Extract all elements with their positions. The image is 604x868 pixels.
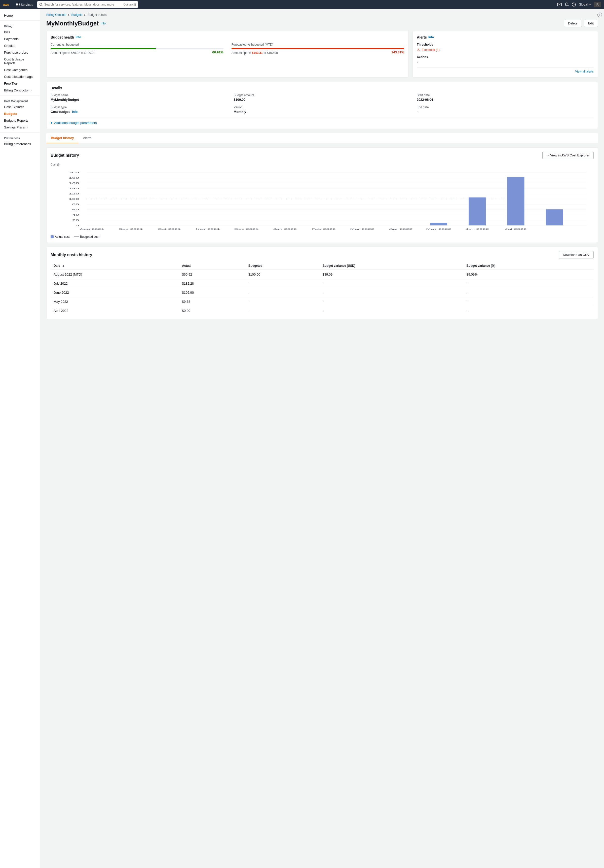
help-icon[interactable]: ? — [572, 3, 576, 6]
edit-button[interactable]: Edit — [584, 20, 598, 27]
sort-icon-date[interactable]: ▲ — [62, 264, 65, 268]
sidebar-item-purchase-orders[interactable]: Purchase orders — [0, 49, 40, 56]
sidebar-item-home[interactable]: Home — [0, 12, 40, 19]
download-csv-button[interactable]: Download as CSV — [559, 251, 594, 259]
row4-date: April 2022 — [51, 306, 179, 315]
forecasted-progress-fill — [232, 48, 405, 50]
sidebar-item-cost-explorer[interactable]: Cost Explorer — [0, 104, 40, 110]
billing-conductor-external-icon: ↗ — [30, 89, 32, 92]
budget-health-info[interactable]: Info — [76, 36, 81, 39]
current-vs-budgeted-metric: Current vs. budgeted Amount spent: $60.9… — [51, 43, 224, 55]
budget-amount-value: $100.00 — [233, 98, 411, 102]
budget-type-info[interactable]: Info — [72, 110, 77, 113]
svg-text:20: 20 — [72, 219, 79, 222]
row0-date: August 2022 (MTD) — [51, 270, 179, 279]
budget-history-card: Budget history ↗ View in AWS Cost Explor… — [46, 147, 598, 243]
page-info-link[interactable]: Info — [100, 22, 106, 25]
view-explorer-button[interactable]: ↗ View in AWS Cost Explorer — [542, 152, 594, 159]
sidebar-item-budgets[interactable]: Budgets — [0, 110, 40, 117]
sidebar-item-free-tier[interactable]: Free Tier — [0, 80, 40, 87]
history-header: Budget history ↗ View in AWS Cost Explor… — [51, 152, 594, 159]
aws-logo[interactable]: aws — [3, 2, 12, 7]
svg-text:Dec 2021: Dec 2021 — [234, 228, 258, 230]
sidebar-item-billing-conductor[interactable]: Billing Conductor ↗ — [0, 87, 40, 94]
row3-actual: $9.68 — [179, 297, 246, 306]
sidebar-item-cost-categories[interactable]: Cost Categories — [0, 67, 40, 73]
view-all-alerts-link[interactable]: View all alerts — [417, 68, 594, 73]
sidebar-item-billing-preferences[interactable]: Billing preferences — [0, 141, 40, 147]
details-title: Details — [51, 86, 594, 90]
budget-type-detail: Budget type Cost budget Info — [51, 105, 227, 113]
sidebar-item-savings-plans[interactable]: Savings Plans ↗ — [0, 124, 40, 131]
table-row: June 2022 $105.90 - - - — [51, 288, 594, 297]
svg-text:100: 100 — [68, 198, 79, 200]
col-budgeted: Budgeted — [246, 262, 320, 270]
alerts-info[interactable]: Info — [428, 36, 434, 39]
svg-text:Jan 2022: Jan 2022 — [273, 228, 297, 230]
sidebar-item-credits[interactable]: Credits — [0, 42, 40, 49]
savings-plans-external-icon: ↗ — [26, 126, 28, 129]
sidebar-item-cost-allocation-tags[interactable]: Cost allocation tags — [0, 73, 40, 80]
sidebar-item-cost-usage[interactable]: Cost & Usage Reports — [0, 56, 40, 67]
global-button[interactable]: Global — [579, 3, 591, 6]
services-button[interactable]: Services — [14, 2, 35, 8]
breadcrumb: Billing Console Budgets Budget details — [46, 13, 598, 17]
forecasted-pct: 143.31% — [391, 50, 404, 54]
row0-variance-pct: 39.09% — [463, 270, 594, 279]
search-input[interactable] — [44, 3, 121, 6]
search-bar[interactable]: [Option+S] — [37, 1, 138, 8]
col-date: Date ▲ — [51, 262, 179, 270]
sidebar-divider-2 — [0, 95, 40, 96]
view-explorer-label: View in AWS Cost Explorer — [550, 153, 589, 157]
table-row: August 2022 (MTD) $60.92 $100.00 $39.09 … — [51, 270, 594, 279]
legend-budgeted-line — [74, 237, 79, 237]
tab-alerts[interactable]: Alerts — [79, 133, 96, 143]
table-header-row: Date ▲ Actual Budgeted Budget variance (… — [51, 262, 594, 270]
svg-text:aws: aws — [3, 3, 9, 6]
col-variance-pct: Budget variance (%) — [463, 262, 594, 270]
tab-budget-history[interactable]: Budget history — [46, 133, 79, 143]
forecasted-progress-bar — [232, 48, 405, 50]
layout: Home Billing Bills Payments Credits Purc… — [0, 9, 604, 868]
legend-budgeted: Budgeted cost — [74, 235, 99, 239]
svg-text:Jul 2022: Jul 2022 — [505, 228, 527, 230]
svg-text:60: 60 — [72, 208, 79, 211]
legend-actual-label: Actual cost — [55, 235, 70, 239]
exceeded-link[interactable]: Exceeded (1) — [422, 48, 439, 52]
table-body: August 2022 (MTD) $60.92 $100.00 $39.09 … — [51, 270, 594, 315]
grid-icon — [16, 3, 20, 6]
email-icon[interactable] — [557, 3, 562, 6]
free-tier-label: Free Tier — [4, 82, 17, 85]
billing-section-label: Billing — [0, 22, 40, 29]
row1-actual: $182.28 — [179, 279, 246, 288]
current-amount: Amount spent: $60.92 of $100.00 — [51, 51, 95, 55]
cost-explorer-label: Cost Explorer — [4, 105, 24, 109]
row3-variance-pct: - — [463, 297, 594, 306]
additional-params-label: Additional budget parameters — [54, 121, 97, 125]
svg-text:Oct 2021: Oct 2021 — [158, 228, 181, 230]
purchase-orders-label: Purchase orders — [4, 51, 28, 54]
preferences-section-label: Preferences — [0, 134, 40, 141]
breadcrumb-chevron-1 — [68, 14, 70, 16]
row1-date: July 2022 — [51, 279, 179, 288]
sidebar-item-payments[interactable]: Payments — [0, 36, 40, 42]
table-row: July 2022 $182.28 - - - — [51, 279, 594, 288]
svg-text:120: 120 — [68, 193, 79, 195]
page-info-icon[interactable]: i — [598, 12, 602, 17]
additional-params[interactable]: Additional budget parameters — [51, 117, 594, 125]
sidebar-item-budgets-reports[interactable]: Budgets Reports — [0, 117, 40, 124]
sidebar-item-bills[interactable]: Bills — [0, 29, 40, 36]
row4-budgeted: - — [246, 306, 320, 315]
delete-button[interactable]: Delete — [564, 20, 582, 27]
details-label: Details — [51, 86, 62, 90]
triangle-right-icon — [51, 122, 53, 124]
billing-preferences-label: Billing preferences — [4, 142, 31, 146]
forecasted-amount-suffix: of $100.00 — [263, 51, 278, 55]
breadcrumb-billing-console[interactable]: Billing Console — [46, 13, 66, 17]
bills-label: Bills — [4, 30, 10, 34]
account-button[interactable] — [594, 2, 601, 7]
account-icon — [596, 3, 599, 6]
credits-label: Credits — [4, 44, 14, 48]
breadcrumb-budgets[interactable]: Budgets — [71, 13, 82, 17]
bell-icon[interactable] — [565, 3, 569, 6]
